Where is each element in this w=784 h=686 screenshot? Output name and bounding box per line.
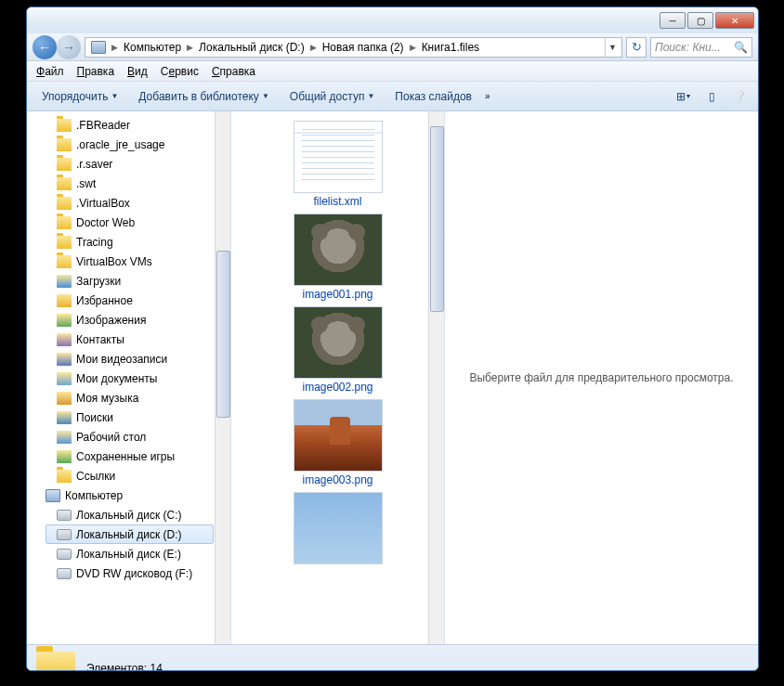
breadcrumb-item[interactable]: Книга1.files — [418, 38, 483, 57]
chevron-down-icon: ▼ — [111, 92, 118, 100]
add-to-library-button[interactable]: Добавить в библиотеку▼ — [131, 86, 276, 107]
tree-item-label: Ссылки — [76, 470, 115, 483]
tree-item-label: Локальный диск (E:) — [76, 548, 181, 561]
special-folder-icon — [57, 392, 72, 405]
file-item[interactable]: image003.png — [282, 399, 394, 486]
computer-icon — [46, 489, 60, 502]
special-folder-icon — [57, 333, 72, 346]
tree-item[interactable]: VirtualBox VMs — [27, 252, 230, 271]
menu-view[interactable]: Вид — [122, 63, 153, 80]
chevron-right-icon: ▶ — [408, 43, 418, 52]
breadcrumb-item[interactable]: Компьютер — [120, 38, 185, 57]
minimize-button[interactable]: ─ — [660, 12, 686, 29]
tree-scrollbar[interactable] — [215, 111, 230, 644]
tree-item[interactable]: Контакты — [27, 330, 230, 349]
tree-item-label: Поиски — [76, 411, 113, 424]
tree-item[interactable]: Рабочий стол — [27, 427, 230, 447]
status-count: Элементов: 14 — [86, 662, 163, 672]
organize-button[interactable]: Упорядочить▼ — [34, 86, 125, 107]
files-scrollbar[interactable] — [428, 111, 444, 644]
file-label: image003.png — [302, 473, 372, 486]
file-item[interactable]: image001.png — [282, 214, 394, 301]
menu-file[interactable]: Файл — [31, 63, 70, 80]
forward-button[interactable]: → — [57, 35, 81, 59]
tree-item[interactable]: Мои видеозаписи — [27, 349, 230, 369]
tree-item-label: Загрузки — [76, 275, 121, 288]
folder-icon — [57, 216, 72, 229]
tree-item[interactable]: Doctor Web — [27, 213, 230, 232]
tree-item[interactable]: Сохраненные игры — [27, 447, 230, 466]
scrollbar-thumb[interactable] — [216, 251, 230, 418]
tree-item-label: Избранное — [76, 294, 133, 307]
tree-item[interactable]: .VirtualBox — [27, 193, 230, 213]
menu-tools[interactable]: Сервис — [155, 63, 204, 80]
address-bar[interactable]: ▶ Компьютер ▶ Локальный диск (D:) ▶ Нова… — [85, 37, 622, 58]
tree-item[interactable]: .swt — [27, 174, 230, 193]
folder-icon — [57, 177, 72, 190]
preview-pane-button[interactable]: ▯ — [700, 87, 723, 106]
menu-edit[interactable]: Правка — [72, 63, 121, 80]
breadcrumb-item[interactable]: Локальный диск (D:) — [195, 38, 308, 57]
tree-item-label: .FBReader — [76, 119, 130, 132]
status-bar: Элементов: 14 — [27, 644, 758, 671]
slideshow-button[interactable]: Показ слайдов — [387, 86, 479, 107]
scrollbar-thumb[interactable] — [430, 126, 444, 312]
preview-pane: Выберите файл для предварительного просм… — [445, 111, 758, 644]
tree-item[interactable]: Tracing — [27, 232, 230, 252]
address-dropdown[interactable]: ▼ — [605, 38, 620, 57]
folder-icon — [57, 236, 72, 249]
file-item[interactable]: image002.png — [282, 306, 394, 394]
tree-item[interactable]: Поиски — [27, 408, 230, 427]
menu-bar: Файл Правка Вид Сервис Справка — [27, 61, 758, 82]
file-label: image001.png — [302, 288, 372, 301]
tree-item-label: .oracle_jre_usage — [76, 138, 164, 151]
file-item[interactable] — [282, 492, 394, 564]
tree-item[interactable]: .FBReader — [27, 115, 230, 135]
share-button[interactable]: Общий доступ▼ — [282, 86, 383, 107]
refresh-button[interactable]: ↻ — [626, 37, 647, 58]
search-input[interactable]: Поиск: Кни... 🔍 — [650, 37, 752, 58]
tree-item[interactable]: Локальный диск (C:) — [27, 505, 230, 524]
search-icon[interactable]: 🔍 — [734, 41, 748, 54]
titlebar[interactable]: ─ ▢ ✕ — [27, 7, 758, 33]
tree-item[interactable]: Локальный диск (D:) — [46, 524, 214, 544]
drive-icon — [57, 568, 72, 579]
folder-icon — [57, 158, 72, 171]
tree-item-label: Контакты — [76, 333, 124, 346]
tree-section[interactable]: Компьютер — [27, 485, 230, 505]
tree-item[interactable]: DVD RW дисковод (F:) — [27, 563, 230, 583]
tree-item[interactable]: .oracle_jre_usage — [27, 135, 230, 154]
tree-item[interactable]: Мои документы — [27, 369, 230, 388]
folder-icon — [57, 255, 72, 268]
back-button[interactable]: ← — [33, 35, 57, 59]
tree-item[interactable]: Изображения — [27, 310, 230, 330]
tree-item-label: Моя музыка — [76, 392, 138, 405]
explorer-window: ─ ▢ ✕ ← → ▶ Компьютер ▶ Локальный диск (… — [26, 6, 759, 671]
tree-item-label: Компьютер — [65, 489, 123, 502]
file-label: image002.png — [302, 381, 372, 394]
tree-item-label: Мои видеозаписи — [76, 353, 167, 366]
tree-item[interactable]: Избранное — [27, 291, 230, 310]
menu-help[interactable]: Справка — [206, 63, 261, 80]
file-thumbnail — [294, 306, 383, 379]
tree-item[interactable]: Ссылки — [27, 466, 230, 485]
file-list: filelist.xmlimage001.pngimage002.pngimag… — [231, 111, 445, 644]
close-button[interactable]: ✕ — [715, 12, 754, 29]
file-label: filelist.xml — [313, 195, 361, 208]
more-icon[interactable]: » — [485, 91, 490, 101]
chevron-right-icon: ▶ — [308, 43, 319, 52]
file-item[interactable]: filelist.xml — [282, 121, 394, 208]
chevron-down-icon: ▼ — [262, 92, 269, 100]
tree-item[interactable]: Моя музыка — [27, 388, 230, 408]
drive-icon — [57, 510, 72, 521]
tree-item[interactable]: Загрузки — [27, 271, 230, 291]
breadcrumb-item[interactable]: Новая папка (2) — [319, 38, 408, 57]
menu-file-label: айл — [45, 65, 63, 78]
view-mode-button[interactable]: ⊞▼ — [673, 87, 695, 106]
folder-icon — [57, 470, 72, 483]
chevron-right-icon: ▶ — [185, 43, 195, 52]
tree-item[interactable]: .r.saver — [27, 154, 230, 174]
maximize-button[interactable]: ▢ — [687, 12, 713, 29]
tree-item[interactable]: Локальный диск (E:) — [27, 544, 230, 563]
help-button[interactable]: ❔ — [728, 87, 751, 106]
